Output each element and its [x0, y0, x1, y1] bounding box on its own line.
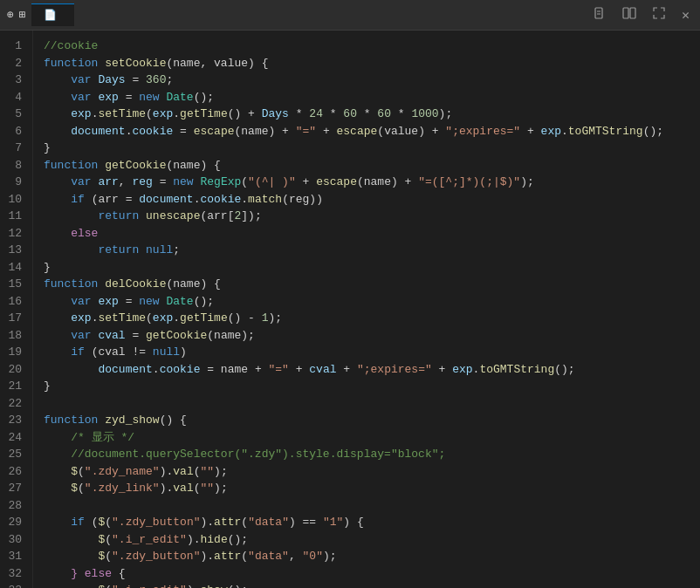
- token-plain: () {: [160, 412, 187, 429]
- token-plain: [92, 293, 99, 311]
- code-line: //cookie: [44, 38, 691, 55]
- token-plain: [44, 531, 98, 549]
- code-line: $(".zdy_button").attr("data", "0");: [44, 548, 691, 565]
- close-icon[interactable]: ✕: [678, 5, 693, 25]
- token-plain: ).: [160, 480, 174, 497]
- token-kw: return: [98, 242, 139, 259]
- code-line: if ($(".zdy_button").attr("data") == "1"…: [44, 514, 691, 531]
- code-line: var Days = 360;: [44, 72, 691, 89]
- token-plain: =: [119, 293, 139, 311]
- line-number: 3: [0, 72, 27, 89]
- token-plain: (name) {: [166, 157, 220, 174]
- token-fn: $: [98, 548, 105, 565]
- token-plain: );: [323, 548, 337, 565]
- token-plain: }: [44, 259, 51, 277]
- expand-icon[interactable]: [649, 4, 669, 25]
- line-number: 31: [0, 548, 27, 565]
- split-icon[interactable]: ⊞: [19, 8, 26, 22]
- pin-icon[interactable]: ⊕: [7, 8, 14, 22]
- token-method: setTime: [98, 106, 146, 123]
- code-line: function zyd_show() {: [44, 412, 691, 429]
- token-method: show: [200, 582, 227, 588]
- line-number: 13: [0, 242, 27, 259]
- token-plain: =: [119, 89, 139, 106]
- token-plain: [44, 514, 71, 531]
- token-method: getTime: [180, 106, 228, 123]
- token-plain: +: [316, 123, 336, 140]
- token-method: toGMTString: [479, 361, 554, 379]
- token-plain: ;: [166, 72, 173, 89]
- code-line: } else {: [44, 565, 691, 583]
- token-plain: [92, 327, 99, 345]
- token-fn: $: [98, 582, 105, 588]
- code-area[interactable]: //cookiefunction setCookie(name, value) …: [33, 31, 691, 588]
- split-editor-icon[interactable]: [619, 4, 640, 25]
- token-plain: =: [126, 327, 146, 345]
- file-new-icon[interactable]: [589, 4, 610, 25]
- token-plain: );: [269, 310, 283, 327]
- token-method: toGMTString: [568, 123, 643, 140]
- token-plain: (name);: [207, 327, 255, 345]
- token-fn: $: [98, 514, 105, 531]
- token-kw: function: [44, 412, 98, 429]
- token-plain: [44, 208, 98, 225]
- token-str: "": [201, 480, 215, 497]
- token-var-color: exp: [452, 361, 472, 379]
- token-var-color: cval: [98, 327, 125, 345]
- token-str: "data": [248, 514, 289, 531]
- code-line: return null;: [44, 242, 691, 259]
- token-plain: [44, 582, 98, 588]
- token-plain: =: [153, 174, 173, 191]
- token-plain: [44, 191, 71, 209]
- token-str: ";expires=": [357, 361, 432, 379]
- token-plain: .: [473, 361, 480, 379]
- token-plain: [92, 72, 99, 89]
- token-plain: [98, 157, 105, 174]
- token-plain: +: [296, 174, 316, 191]
- scrollbar[interactable]: [691, 31, 700, 588]
- token-method: escape: [337, 123, 378, 140]
- code-line: document.cookie = name + "=" + cval + ";…: [44, 361, 691, 379]
- line-number: 8: [0, 157, 27, 174]
- token-method: attr: [214, 514, 241, 531]
- token-plain: ).: [200, 548, 214, 565]
- token-plain: [44, 225, 71, 243]
- token-class-col: RegExp: [200, 174, 241, 191]
- token-plain: .: [126, 123, 133, 140]
- token-kw: null: [153, 344, 180, 361]
- token-plain: (reg)): [282, 191, 323, 209]
- line-number: 2: [0, 55, 27, 72]
- file-icon: 📄: [44, 9, 57, 22]
- tab[interactable]: 📄: [31, 3, 74, 26]
- token-plain: (: [105, 582, 112, 588]
- token-kw2: } else: [71, 565, 112, 583]
- token-plain: [44, 429, 71, 447]
- line-number: 18: [0, 327, 27, 345]
- token-plain: (: [146, 310, 153, 327]
- token-cmt: /* 显示 */: [71, 429, 134, 447]
- token-plain: [44, 242, 98, 259]
- token-plain: ]);: [241, 208, 261, 225]
- line-number: 32: [0, 565, 27, 583]
- token-num: 60: [377, 106, 391, 123]
- token-str: ".zdy_button": [112, 514, 200, 531]
- token-plain: );: [214, 480, 228, 497]
- token-plain: ).: [160, 463, 174, 481]
- token-var-color: Days: [98, 72, 125, 89]
- token-prop: cookie: [160, 361, 201, 379]
- token-kw: null: [146, 242, 173, 259]
- token-fn: $: [71, 480, 78, 497]
- token-method: unescape: [146, 208, 200, 225]
- token-var-color: exp: [98, 293, 118, 311]
- token-plain: .: [173, 310, 180, 327]
- token-str: ".zdy_button": [112, 548, 200, 565]
- token-num: 24: [309, 106, 323, 123]
- token-kw: new: [139, 89, 159, 106]
- code-line: function delCookie(name) {: [44, 276, 691, 293]
- token-plain: (: [105, 514, 112, 531]
- line-number: 10: [0, 191, 27, 209]
- line-number: 30: [0, 531, 27, 549]
- token-var-color: document: [98, 361, 152, 379]
- token-plain: [44, 463, 71, 481]
- line-number: 16: [0, 293, 27, 311]
